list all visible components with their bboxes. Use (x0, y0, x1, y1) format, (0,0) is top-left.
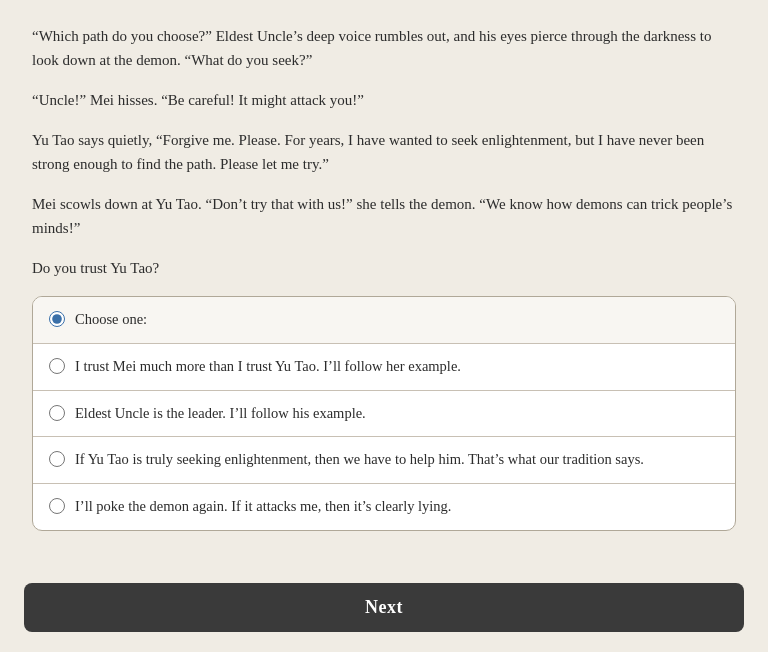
choice-radio-3[interactable] (49, 451, 65, 467)
next-button-container: Next (0, 571, 768, 652)
choice-label-4[interactable]: I’ll poke the demon again. If it attacks… (75, 496, 451, 518)
choice-label-2[interactable]: Eldest Uncle is the leader. I’ll follow … (75, 403, 366, 425)
choice-item-3[interactable]: If Yu Tao is truly seeking enlightenment… (33, 437, 735, 484)
choice-label-1[interactable]: I trust Mei much more than I trust Yu Ta… (75, 356, 461, 378)
choices-header-row[interactable]: Choose one: (33, 297, 735, 344)
choice-item-2[interactable]: Eldest Uncle is the leader. I’ll follow … (33, 391, 735, 438)
paragraph-4: Mei scowls down at Yu Tao. “Don’t try th… (32, 192, 736, 240)
choice-item-4[interactable]: I’ll poke the demon again. If it attacks… (33, 484, 735, 530)
choice-radio-2[interactable] (49, 405, 65, 421)
page-container: “Which path do you choose?” Eldest Uncle… (0, 0, 768, 652)
paragraph-2: “Uncle!” Mei hisses. “Be careful! It mig… (32, 88, 736, 112)
choices-container: Choose one: I trust Mei much more than I… (32, 296, 736, 531)
paragraph-1: “Which path do you choose?” Eldest Uncle… (32, 24, 736, 72)
question-text: Do you trust Yu Tao? (32, 256, 736, 280)
choice-label-3[interactable]: If Yu Tao is truly seeking enlightenment… (75, 449, 644, 471)
header-radio[interactable] (49, 311, 65, 327)
choices-header-label[interactable]: Choose one: (75, 309, 147, 331)
paragraph-3: Yu Tao says quietly, “Forgive me. Please… (32, 128, 736, 176)
choice-item-1[interactable]: I trust Mei much more than I trust Yu Ta… (33, 344, 735, 391)
next-button[interactable]: Next (24, 583, 744, 632)
choice-radio-1[interactable] (49, 358, 65, 374)
content-area: “Which path do you choose?” Eldest Uncle… (0, 0, 768, 571)
choice-radio-4[interactable] (49, 498, 65, 514)
